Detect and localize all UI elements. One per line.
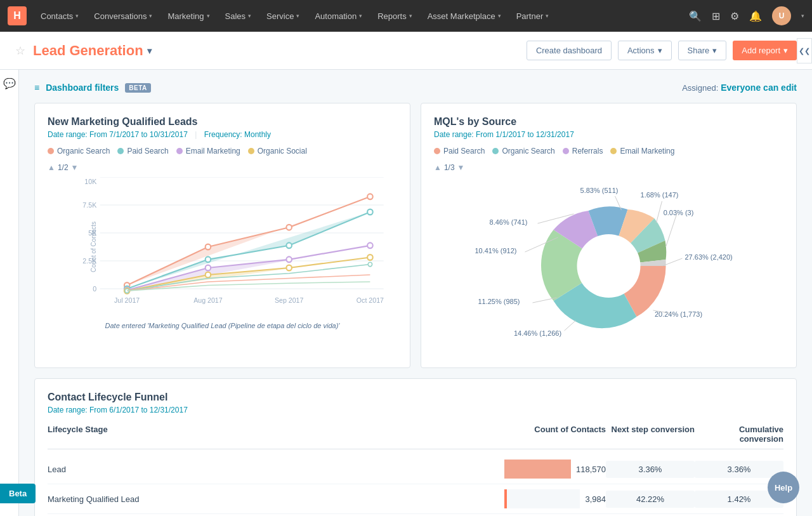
chevron-down-icon: ▾ <box>409 13 412 19</box>
avatar[interactable]: U <box>772 6 791 25</box>
col-header-next-conv: Next step conversion <box>606 425 695 444</box>
lead-next-conv: 3.36% <box>606 461 695 478</box>
svg-text:Aug 2017: Aug 2017 <box>193 296 223 304</box>
svg-text:Jul 2017: Jul 2017 <box>114 296 140 304</box>
svg-point-32 <box>286 265 292 271</box>
charts-row: New Marketing Qualified Leads Date range… <box>34 103 797 368</box>
mql-bar-cell: 3,984 <box>504 489 606 508</box>
chevron-down-icon: ▾ <box>248 13 251 19</box>
share-button[interactable]: Share ▾ <box>678 41 727 60</box>
mql-count: 3,984 <box>585 494 606 504</box>
account-chevron-icon[interactable]: ▾ <box>801 13 804 19</box>
nav-item-sales[interactable]: Sales ▾ <box>219 0 258 32</box>
line-chart: 0 2.5K 5K 7.5K 10K Jul 2017 Aug 2017 Sep… <box>73 177 397 317</box>
funnel-card: Contact Lifecycle Funnel Date range: Fro… <box>34 378 797 516</box>
next-page-icon[interactable]: ▼ <box>457 163 465 172</box>
nav-item-marketing[interactable]: Marketing ▾ <box>161 0 216 32</box>
actions-chevron-icon: ▾ <box>658 46 662 55</box>
chart2-title: MQL's by Source <box>434 116 783 128</box>
svg-text:7.5K: 7.5K <box>82 201 97 209</box>
svg-text:Oct 2017: Oct 2017 <box>357 296 384 304</box>
svg-text:27.63% (2,420): 27.63% (2,420) <box>685 253 733 261</box>
col-header-cum-conv: Cumulative conversion <box>695 425 783 444</box>
mql-bar-fill <box>504 489 507 508</box>
y-axis-label: Count of Contacts <box>90 222 97 272</box>
chart2-date: Date range: From 1/1/2017 to 12/31/2017 <box>434 130 783 139</box>
col-header-lifecycle-stage: Lifecycle Stage <box>48 425 504 444</box>
settings-icon[interactable]: ⚙ <box>730 10 739 22</box>
nav-item-conversations[interactable]: Conversations ▾ <box>88 0 159 32</box>
svg-text:5.83% (511): 5.83% (511) <box>580 187 619 194</box>
actions-button[interactable]: Actions ▾ <box>618 41 672 60</box>
svg-point-22 <box>286 242 292 248</box>
legend-item-email-marketing: Email Marketing <box>610 147 674 155</box>
chevron-down-icon: ▾ <box>359 13 362 19</box>
page-title: Lead Generation ▾ <box>33 43 152 59</box>
svg-text:Sep 2017: Sep 2017 <box>275 296 304 304</box>
collapse-panel-button[interactable]: ❮❮ <box>797 38 812 63</box>
legend-item-organic-social: Organic Social <box>248 147 307 155</box>
filter-icon: ≡ <box>34 83 39 93</box>
help-button[interactable]: Help <box>768 472 799 503</box>
nav-item-partner[interactable]: Partner ▾ <box>510 0 556 32</box>
legend-dot <box>48 148 54 154</box>
svg-point-28 <box>367 242 373 248</box>
svg-point-23 <box>367 209 373 215</box>
chevron-down-icon: ▾ <box>149 13 152 19</box>
main-layout: 💬 ≡ Dashboard filters BETA Assigned: Eve… <box>0 70 812 516</box>
lead-bar-fill <box>504 460 571 479</box>
nav-item-reports[interactable]: Reports ▾ <box>371 0 419 32</box>
favorite-star-icon[interactable]: ☆ <box>15 44 25 58</box>
nav-item-automation[interactable]: Automation ▾ <box>308 0 369 32</box>
main-content: ≡ Dashboard filters BETA Assigned: Every… <box>19 70 812 516</box>
funnel-date: Date range: From 6/1/2017 to 12/31/2017 <box>48 406 783 414</box>
funnel-row-lead: Lead 118,570 3.36% 3.36% <box>48 454 783 484</box>
side-panel: 💬 <box>0 70 19 516</box>
assigned-section: Assigned: Everyone can edit <box>682 83 797 93</box>
add-report-chevron-icon: ▾ <box>783 46 788 55</box>
legend-item-organic-search: Organic Search <box>492 147 554 155</box>
hubspot-logo[interactable]: H <box>8 6 27 25</box>
svg-text:14.46% (1,266): 14.46% (1,266) <box>514 329 561 337</box>
svg-marker-19 <box>127 212 370 289</box>
prev-page-icon[interactable]: ▲ <box>434 163 442 172</box>
legend-dot <box>610 148 617 154</box>
svg-point-33 <box>367 255 373 260</box>
add-report-button[interactable]: Add report ▾ <box>733 41 797 60</box>
chevron-down-icon: ▾ <box>546 13 549 19</box>
next-page-icon[interactable]: ▼ <box>71 163 79 172</box>
nav-item-contacts[interactable]: Contacts ▾ <box>34 0 85 32</box>
svg-text:0.03% (3): 0.03% (3) <box>664 209 694 216</box>
chart1-title: New Marketing Qualified Leads <box>48 116 397 128</box>
nav-item-asset-marketplace[interactable]: Asset Marketplace ▾ <box>421 0 508 32</box>
chevron-down-icon: ▾ <box>498 13 501 19</box>
svg-point-17 <box>286 225 292 230</box>
beta-button[interactable]: Beta <box>0 484 36 503</box>
prev-page-icon[interactable]: ▲ <box>48 163 55 172</box>
lead-bar-cell: 118,570 <box>504 460 606 479</box>
svg-point-21 <box>206 256 211 262</box>
pie-chart: 27.63% (2,420) 20.24% (1,773) 14.46% (1,… <box>434 177 783 355</box>
nav-item-service[interactable]: Service ▾ <box>260 0 306 32</box>
chevron-down-icon: ▾ <box>75 13 79 19</box>
search-icon[interactable]: 🔍 <box>689 10 702 22</box>
svg-line-53 <box>657 201 662 223</box>
svg-text:0: 0 <box>93 285 96 293</box>
funnel-table-header: Lifecycle Stage Count of Contacts Next s… <box>48 425 783 449</box>
grid-icon[interactable]: ⊞ <box>712 10 720 22</box>
header-bar: ☆ Lead Generation ▾ Create dashboard Act… <box>0 32 812 70</box>
svg-text:10K: 10K <box>84 178 97 185</box>
share-chevron-icon: ▾ <box>712 46 717 55</box>
lead-bar-outer <box>504 460 571 479</box>
svg-line-48 <box>565 321 576 331</box>
svg-text:1.68% (147): 1.68% (147) <box>641 191 679 199</box>
bell-icon[interactable]: 🔔 <box>749 10 762 22</box>
top-navigation: H Contacts ▾ Conversations ▾ Marketing ▾… <box>0 0 812 32</box>
pie-chart-container: 27.63% (2,420) 20.24% (1,773) 14.46% (1,… <box>434 177 783 355</box>
title-chevron-icon[interactable]: ▾ <box>147 46 152 56</box>
svg-point-26 <box>206 265 211 271</box>
create-dashboard-button[interactable]: Create dashboard <box>527 41 612 60</box>
chat-icon[interactable]: 💬 <box>3 77 16 89</box>
svg-point-36 <box>577 234 641 298</box>
svg-line-54 <box>666 213 678 247</box>
